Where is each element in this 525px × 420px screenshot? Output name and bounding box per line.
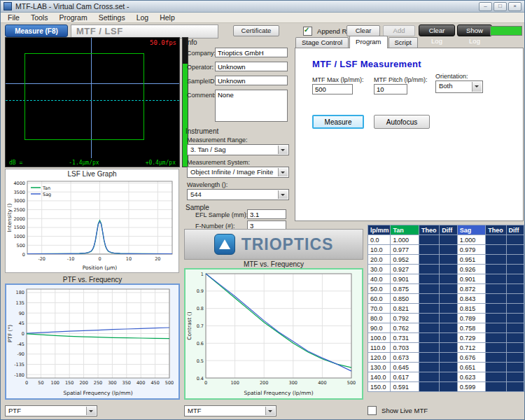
roi-rectangle bbox=[24, 53, 144, 140]
svg-text:2500: 2500 bbox=[13, 207, 25, 213]
lsf-chart-title: LSF Live Graph bbox=[6, 170, 178, 178]
mtf-display-combo[interactable]: MTF bbox=[184, 405, 276, 416]
ptf-chart-title: PTF vs. Frequency bbox=[5, 276, 180, 284]
efl-sample-field[interactable] bbox=[247, 209, 286, 219]
table-row: 80.00.7920.789 bbox=[368, 314, 524, 323]
col-theo-2: Theo bbox=[486, 225, 506, 235]
mtf-combo-value: MTF bbox=[188, 407, 202, 414]
mtf-pitch-field[interactable] bbox=[374, 84, 407, 94]
measurement-system-combo[interactable]: Object Infinite / Image Finite bbox=[187, 167, 289, 178]
col-tan: Tan bbox=[391, 225, 419, 235]
measurement-range-label: Measurement Range: bbox=[187, 136, 248, 144]
svg-text:300: 300 bbox=[289, 380, 298, 386]
operator-field[interactable] bbox=[215, 62, 288, 71]
app-window: MTF-LAB - Virtual Cam Cross.set - File T… bbox=[0, 0, 525, 420]
minimize-button[interactable] bbox=[479, 2, 492, 11]
svg-text:Contrast (): Contrast () bbox=[186, 312, 192, 340]
mtf-chart-canvas: 10.90.80.70.60.50.40100200300400500Spati… bbox=[186, 270, 360, 396]
table-row: 90.00.7620.758 bbox=[368, 323, 524, 333]
svg-text:Spatial Frequency (lp/mm): Spatial Frequency (lp/mm) bbox=[63, 390, 132, 396]
chevron-down-icon[interactable] bbox=[86, 407, 96, 415]
lsf-chart-canvas: 05001000150020002500300035004000-20-1001… bbox=[6, 178, 178, 271]
svg-text:2000: 2000 bbox=[13, 216, 25, 222]
show-live-mtf-label: Show Live MTF bbox=[382, 407, 428, 414]
chevron-down-icon[interactable] bbox=[278, 190, 288, 199]
col-diff-1: Diff bbox=[440, 225, 457, 235]
menu-settings[interactable]: Settings bbox=[93, 13, 131, 22]
maximize-button[interactable] bbox=[493, 2, 507, 11]
chevron-down-icon[interactable] bbox=[278, 146, 288, 154]
wavelength-label: Wavelength (): bbox=[187, 181, 227, 188]
menu-log[interactable]: Log bbox=[131, 13, 155, 22]
chevron-down-icon[interactable] bbox=[278, 168, 288, 176]
progress-bar bbox=[490, 26, 522, 36]
results-header-row: lp/mm Tan Theo Diff Sag Theo Diff bbox=[368, 225, 524, 235]
camera-status-bar: dB = -1.4μm/px +0.4μm/px bbox=[6, 158, 179, 167]
menu-file[interactable]: File bbox=[2, 13, 25, 22]
progress-fill bbox=[491, 27, 522, 35]
mtf-max-field[interactable] bbox=[312, 84, 353, 94]
close-button[interactable] bbox=[508, 2, 522, 11]
menu-help[interactable]: Help bbox=[154, 13, 181, 22]
company-label: Company: bbox=[187, 50, 216, 57]
svg-text:0.5: 0.5 bbox=[197, 358, 204, 364]
trioptics-logo: TRIOPTICS bbox=[184, 229, 363, 260]
svg-text:1500: 1500 bbox=[13, 225, 25, 230]
company-field[interactable] bbox=[215, 48, 288, 57]
svg-text:250: 250 bbox=[94, 380, 102, 386]
instrument-group-title: Instrument bbox=[186, 127, 218, 135]
svg-text:0.4: 0.4 bbox=[197, 376, 204, 382]
svg-text:400: 400 bbox=[318, 380, 326, 386]
table-row: 110.00.7030.712 bbox=[368, 343, 524, 353]
chevron-down-icon[interactable] bbox=[472, 82, 482, 92]
measure-button[interactable]: Measure bbox=[312, 115, 364, 129]
show-log-button[interactable]: Show Log bbox=[457, 24, 492, 36]
svg-text:3000: 3000 bbox=[13, 198, 25, 204]
measurement-system-label: Measurement System: bbox=[187, 159, 250, 166]
mode-title: MTF / LSF bbox=[71, 24, 218, 38]
show-live-mtf-checkbox[interactable] bbox=[368, 406, 377, 415]
lsf-graph-panel: LSF Live Graph 0500100015002000250030003… bbox=[5, 169, 179, 273]
certificate-button[interactable]: Certificate bbox=[233, 25, 279, 36]
sample-group-title: Sample bbox=[186, 204, 209, 211]
svg-text:-135: -135 bbox=[14, 362, 24, 368]
add-last-button[interactable]: Add Last bbox=[383, 25, 415, 36]
comments-field[interactable]: None bbox=[215, 90, 288, 122]
svg-text:0.6: 0.6 bbox=[197, 341, 204, 346]
ptf-combo-value: PTF bbox=[8, 407, 21, 414]
svg-text:100: 100 bbox=[230, 380, 239, 386]
chevron-down-icon[interactable] bbox=[265, 407, 275, 415]
table-row: 50.00.8750.872 bbox=[368, 284, 524, 294]
ptf-display-combo[interactable]: PTF bbox=[5, 405, 97, 416]
append-results-checkbox[interactable] bbox=[303, 27, 312, 36]
measurement-heading: MTF / LSF Measurement bbox=[312, 59, 421, 69]
camera-status-pos: +0.4μm/px bbox=[146, 160, 176, 166]
orientation-combo[interactable]: Both bbox=[435, 80, 483, 93]
trioptics-triangle-icon bbox=[214, 234, 235, 255]
tab-stage-control[interactable]: Stage Control bbox=[295, 37, 349, 48]
menu-tools[interactable]: Tools bbox=[25, 13, 54, 22]
measure-f8-button[interactable]: Measure (F8) bbox=[5, 24, 68, 37]
wavelength-combo[interactable]: 544 bbox=[187, 189, 289, 200]
autofocus-button[interactable]: Autofocus bbox=[374, 115, 430, 129]
clear-log-button[interactable]: Clear Log bbox=[419, 24, 455, 36]
svg-text:200: 200 bbox=[79, 380, 88, 386]
svg-text:0: 0 bbox=[98, 256, 101, 262]
tab-program[interactable]: Program bbox=[349, 36, 387, 48]
window-title: MTF-LAB - Virtual Cam Cross.set - bbox=[15, 2, 477, 10]
clear-all-button[interactable]: Clear All bbox=[346, 25, 380, 36]
svg-text:150: 150 bbox=[65, 380, 74, 386]
measurement-range-combo[interactable]: 3. Tan / Sag bbox=[187, 144, 289, 155]
toolbar: Measure (F8) MTF / LSF Certificate Appen… bbox=[1, 23, 524, 38]
svg-text:4000: 4000 bbox=[13, 181, 25, 186]
table-row: 130.00.6450.651 bbox=[368, 363, 524, 372]
svg-text:Spatial Frequency (lp/mm): Spatial Frequency (lp/mm) bbox=[244, 390, 313, 396]
mtf-max-label: MTF Max (lp/mm): bbox=[312, 76, 364, 83]
svg-text:Position (μm): Position (μm) bbox=[83, 265, 118, 271]
svg-text:PTF (°): PTF (°) bbox=[7, 325, 13, 342]
svg-text:450: 450 bbox=[150, 380, 159, 386]
right-panel-tabs: Stage Control Program Script bbox=[295, 37, 419, 48]
tab-script[interactable]: Script bbox=[388, 37, 418, 48]
menu-program[interactable]: Program bbox=[53, 13, 92, 22]
sampleid-field[interactable] bbox=[215, 76, 288, 85]
